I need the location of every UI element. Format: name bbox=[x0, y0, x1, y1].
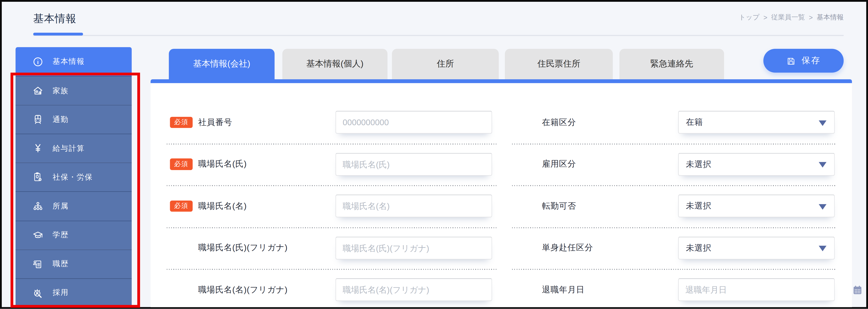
caret-down-icon bbox=[819, 120, 827, 126]
row-divider-dotted bbox=[512, 227, 835, 228]
save-button-label: 保存 bbox=[802, 55, 821, 66]
tab-label: 住所 bbox=[437, 58, 454, 70]
field-label: 在籍区分 bbox=[542, 117, 576, 128]
caret-down-icon bbox=[819, 246, 827, 251]
tab-label: 住民票住所 bbox=[537, 58, 581, 70]
tab-label: 緊急連絡先 bbox=[650, 58, 693, 70]
work-family-name-kana-input[interactable] bbox=[335, 236, 492, 259]
sidebar-item-label: 職歴 bbox=[53, 259, 69, 269]
form-row-work-family-name: 必須 職場氏名(氏) 雇用区分 未選択 bbox=[0, 153, 868, 176]
calendar-icon[interactable] bbox=[853, 285, 862, 294]
row-divider-dotted bbox=[512, 185, 835, 186]
floppy-disk-icon bbox=[786, 56, 796, 65]
tab-label: 基本情報(個人) bbox=[306, 58, 364, 70]
sidebar: 基本情報 家族 通勤 給与計算 社保・労保 bbox=[16, 47, 132, 307]
form-row-employee-number: 必須 社員番号 在籍区分 在籍 bbox=[0, 111, 868, 134]
row-divider-dotted bbox=[512, 143, 835, 144]
field-label: 職場氏名(名) bbox=[198, 201, 247, 212]
page-title: 基本情報 bbox=[33, 12, 76, 26]
sidebar-item-label: 給与計算 bbox=[53, 144, 85, 153]
work-given-name-kana-input[interactable] bbox=[335, 278, 492, 301]
retirement-date-input[interactable] bbox=[678, 278, 835, 301]
enrollment-status-select[interactable]: 在籍 bbox=[678, 111, 835, 134]
tab-address[interactable]: 住所 bbox=[392, 49, 499, 80]
field-label: 職場氏名(氏)(フリガナ) bbox=[198, 243, 288, 253]
screenshot-stage: 基本情報 トップ > 従業員一覧 > 基本情報 基本情報 家族 通勤 bbox=[0, 0, 868, 309]
title-active-underline bbox=[33, 33, 83, 35]
field-label: 社員番号 bbox=[198, 117, 232, 128]
sidebar-item-label: 家族 bbox=[53, 86, 69, 96]
row-divider-dotted bbox=[167, 143, 497, 144]
caret-down-icon bbox=[819, 162, 827, 167]
tab-active-bar bbox=[151, 80, 852, 83]
field-label: 職場氏名(氏) bbox=[198, 159, 247, 169]
select-value: 在籍 bbox=[686, 117, 703, 128]
save-button[interactable]: 保存 bbox=[764, 49, 844, 73]
required-badge: 必須 bbox=[170, 117, 193, 128]
sidebar-item-family[interactable]: 家族 bbox=[16, 76, 132, 105]
sidebar-item-basic-info[interactable]: 基本情報 bbox=[16, 47, 132, 76]
breadcrumb-separator: > bbox=[809, 13, 813, 21]
field-label: 雇用区分 bbox=[542, 159, 576, 169]
select-value: 未選択 bbox=[686, 243, 711, 253]
resume-icon bbox=[32, 258, 44, 270]
breadcrumb-current: 基本情報 bbox=[817, 13, 843, 22]
select-value: 未選択 bbox=[686, 201, 711, 212]
row-divider-dotted bbox=[167, 185, 497, 186]
house-icon bbox=[32, 85, 44, 96]
tab-registered-address[interactable]: 住民票住所 bbox=[505, 49, 613, 80]
row-divider-dotted bbox=[167, 269, 497, 270]
header-divider bbox=[33, 35, 844, 36]
field-label: 職場氏名(名)(フリガナ) bbox=[198, 284, 288, 295]
field-label: 単身赴任区分 bbox=[542, 243, 593, 253]
solo-transfer-select[interactable]: 未選択 bbox=[678, 236, 835, 259]
work-given-name-input[interactable] bbox=[335, 195, 492, 217]
field-label: 転勤可否 bbox=[542, 201, 576, 212]
tab-label: 基本情報(会社) bbox=[193, 58, 250, 70]
breadcrumb-link-top[interactable]: トップ bbox=[739, 13, 760, 22]
breadcrumb: トップ > 従業員一覧 > 基本情報 bbox=[739, 13, 843, 22]
app-window: 基本情報 トップ > 従業員一覧 > 基本情報 基本情報 家族 通勤 bbox=[0, 0, 868, 309]
select-value: 未選択 bbox=[686, 159, 711, 169]
employee-number-input[interactable] bbox=[335, 111, 492, 134]
work-family-name-input[interactable] bbox=[335, 153, 492, 176]
form-row-work-family-name-kana: 職場氏名(氏)(フリガナ) 単身赴任区分 未選択 bbox=[0, 236, 868, 259]
tab-basic-info-personal[interactable]: 基本情報(個人) bbox=[282, 49, 388, 80]
breadcrumb-link-employee-list[interactable]: 従業員一覧 bbox=[771, 13, 805, 22]
required-badge: 必須 bbox=[170, 200, 193, 212]
field-label: 退職年月日 bbox=[542, 284, 584, 295]
breadcrumb-separator: > bbox=[764, 13, 768, 21]
caret-down-icon bbox=[819, 204, 827, 209]
form-row-work-given-name: 必須 職場氏名(名) 転勤可否 未選択 bbox=[0, 195, 868, 217]
info-icon bbox=[32, 56, 44, 67]
sidebar-item-label: 基本情報 bbox=[53, 57, 85, 66]
transfer-availability-select[interactable]: 未選択 bbox=[678, 195, 835, 217]
tab-emergency-contact[interactable]: 緊急連絡先 bbox=[619, 49, 724, 80]
employment-type-select[interactable]: 未選択 bbox=[678, 153, 835, 176]
tab-basic-info-company[interactable]: 基本情報(会社) bbox=[169, 49, 275, 80]
form-row-work-given-name-kana: 職場氏名(名)(フリガナ) 退職年月日 bbox=[0, 278, 868, 301]
row-divider-dotted bbox=[167, 227, 497, 228]
row-divider-dotted bbox=[512, 269, 835, 270]
required-badge: 必須 bbox=[170, 158, 193, 170]
